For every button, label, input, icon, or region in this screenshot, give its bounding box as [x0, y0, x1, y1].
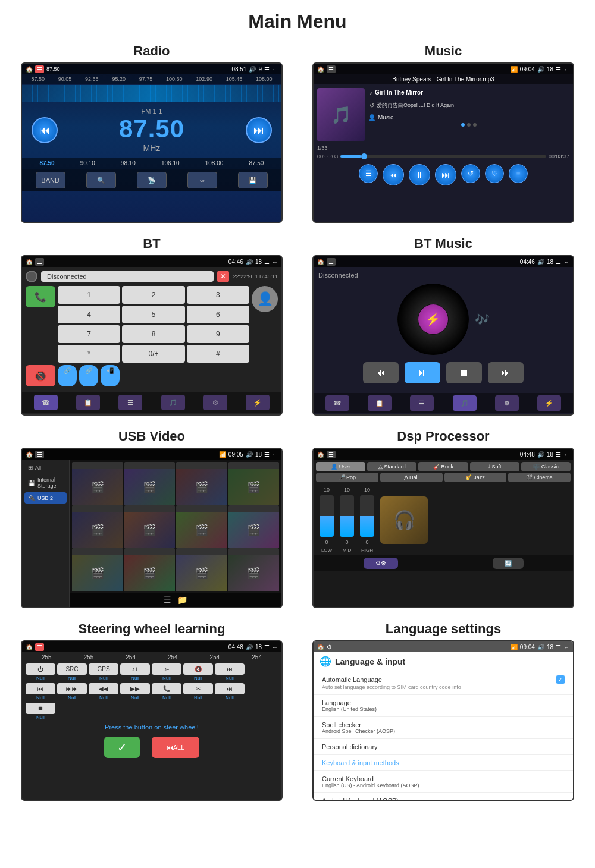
radio-save-btn[interactable]: 💾: [238, 172, 268, 188]
steer-power-btn[interactable]: ⏻: [26, 663, 55, 675]
list-item[interactable]: 🎬 渡海正·爱我: [72, 548, 123, 593]
dsp-preset-user[interactable]: 👤 User: [316, 462, 365, 471]
bt-num-star[interactable]: *: [58, 345, 120, 363]
bt-num-5[interactable]: 5: [122, 306, 184, 323]
music-prev-btn[interactable]: ⏮: [383, 164, 404, 185]
btmusic-play-btn[interactable]: ⏯: [405, 362, 440, 383]
usb-sidebar-internal[interactable]: 💾 Internal Storage: [24, 474, 67, 491]
bt-tab-1[interactable]: ☎: [34, 395, 58, 410]
music-repeat-btn[interactable]: ↺: [461, 164, 480, 183]
lang-item-current-kb[interactable]: Current Keyboard English (US) - Android …: [314, 771, 573, 793]
btmusic-tab-4[interactable]: 🎵: [453, 395, 477, 411]
radio-band-btn[interactable]: BAND: [36, 172, 65, 188]
steer-vol-up-btn[interactable]: ♪+: [120, 663, 150, 675]
steer-all-btn[interactable]: ⏮ALL: [152, 737, 199, 758]
radio-preset-1[interactable]: 87.50: [40, 160, 55, 166]
radio-next-btn[interactable]: ⏭: [246, 117, 272, 143]
steer-ffd-btn[interactable]: ⏭⏭: [57, 683, 87, 694]
bt-func-unlink[interactable]: 🔗: [79, 365, 98, 386]
radio-preset-2[interactable]: 90.10: [80, 160, 95, 166]
bt-num-4[interactable]: 4: [58, 306, 120, 323]
list-item[interactable]: 🎬 卓依婷·新蕾: [228, 548, 280, 593]
bt-num-7[interactable]: 7: [58, 325, 120, 343]
bt-num-9[interactable]: 9: [187, 325, 249, 343]
steer-mute-btn[interactable]: 🔇: [183, 663, 213, 675]
music-next-btn[interactable]: ⏭: [435, 164, 456, 185]
dsp-reset-btn[interactable]: 🔄: [493, 558, 524, 569]
bt-num-2[interactable]: 2: [122, 286, 184, 304]
steer-ok-btn[interactable]: ✓: [104, 737, 140, 758]
radio-link-btn[interactable]: ∞: [187, 172, 217, 188]
dsp-preset-standard[interactable]: △ Standard: [367, 462, 416, 471]
lang-item-keyboard[interactable]: Keyboard & input methods: [314, 755, 573, 771]
bt-func-transfer[interactable]: 📲: [101, 365, 120, 386]
dsp-preset-soft[interactable]: ♩ Soft: [470, 462, 519, 471]
lang-item-dict[interactable]: Personal dictionary: [314, 739, 573, 755]
dsp-slider-low[interactable]: [320, 495, 334, 537]
bt-num-1[interactable]: 1: [58, 286, 120, 304]
btmusic-stop-btn[interactable]: ⏹: [446, 362, 482, 383]
bt-close-btn[interactable]: ✕: [217, 271, 229, 282]
btmusic-prev-btn[interactable]: ⏮: [363, 362, 399, 383]
usb-sidebar-all[interactable]: ⊞ All: [24, 462, 67, 473]
bt-tab-3[interactable]: ☰: [118, 395, 142, 410]
usb-list-btn[interactable]: ☰: [164, 595, 171, 605]
btmusic-tab-6[interactable]: ⚡: [537, 395, 561, 411]
lang-item-language[interactable]: Language English (United States): [314, 695, 573, 717]
radio-preset-3[interactable]: 98.10: [121, 160, 136, 166]
music-progress[interactable]: 00:00:03 00:03:37: [314, 152, 573, 161]
radio-preset-4[interactable]: 106.10: [161, 160, 180, 166]
steer-gps-btn[interactable]: GPS: [89, 663, 118, 675]
radio-signal-btn[interactable]: 📡: [137, 172, 167, 188]
dsp-preset-hall[interactable]: ⋀ Hall: [380, 473, 443, 482]
steer-call-btn[interactable]: 📞: [152, 683, 181, 694]
steer-prev2-btn[interactable]: ⏮: [26, 683, 55, 694]
lang-item-auto[interactable]: Automatic Language ✓ Auto set language a…: [314, 671, 573, 695]
steer-single-btn[interactable]: ⏺: [26, 703, 55, 714]
bt-call-btn[interactable]: 📞: [26, 286, 55, 307]
steer-ffw-btn[interactable]: ▶▶: [120, 683, 150, 694]
track-row-1[interactable]: ♪ Girl In The Mirror: [368, 88, 569, 97]
bt-func-link[interactable]: 🔗: [58, 365, 77, 386]
bt-num-0[interactable]: 0/+: [122, 345, 184, 363]
usb-folder-btn[interactable]: 📁: [177, 595, 187, 605]
dsp-preset-classic[interactable]: 🎼 Classic: [521, 462, 571, 471]
steer-extra-btn[interactable]: ⏭: [215, 683, 245, 694]
steer-vol-dn-btn[interactable]: ♪-: [152, 663, 181, 675]
btmusic-tab-5[interactable]: ⚙: [495, 395, 519, 411]
lang-item-android-kb[interactable]: Android Keyboard (AOSP) English (US): [314, 793, 573, 801]
music-eq-btn[interactable]: ☰: [359, 164, 378, 183]
list-item[interactable]: 🎬 卓依婷·谢谢: [176, 548, 227, 593]
track-row-2[interactable]: ↺ 爱的再告白Oops! ...I Did It Again: [368, 100, 569, 111]
bt-num-3[interactable]: 3: [187, 286, 249, 304]
dsp-slider-mid[interactable]: [340, 495, 354, 537]
bt-tab-5[interactable]: ⚙: [203, 395, 227, 410]
list-item[interactable]: 🎬 谭咏麟·关难: [124, 548, 176, 593]
btmusic-next-btn[interactable]: ⏭: [488, 362, 524, 383]
bt-hangup-btn[interactable]: 📵: [26, 365, 55, 386]
progress-bar[interactable]: [340, 155, 546, 158]
steer-hangup-btn[interactable]: ✂: [183, 683, 213, 694]
music-play-btn[interactable]: ⏸: [409, 164, 430, 185]
bt-tab-6[interactable]: ⚡: [246, 395, 270, 410]
music-fav-btn[interactable]: ♡: [485, 164, 504, 183]
steer-src-btn[interactable]: SRC: [57, 663, 87, 675]
dsp-preset-jazz[interactable]: 🎷 Jazz: [444, 473, 507, 482]
radio-search-btn[interactable]: 🔍: [86, 172, 116, 188]
dsp-slider-high[interactable]: [360, 495, 374, 537]
btmusic-tab-1[interactable]: ☎: [325, 395, 349, 411]
music-list-btn[interactable]: ≡: [509, 164, 528, 183]
radio-preset-5[interactable]: 108.00: [205, 160, 224, 166]
steer-rew-btn[interactable]: ◀◀: [89, 683, 118, 694]
bt-num-hash[interactable]: #: [187, 345, 249, 363]
dsp-preset-pop[interactable]: 🎤 Pop: [316, 473, 378, 482]
dsp-apply-btn[interactable]: ⚙⚙: [364, 558, 398, 569]
radio-preset-6[interactable]: 87.50: [249, 160, 264, 166]
lang-item-spell[interactable]: Spell checker Android Spell Checker (AOS…: [314, 717, 573, 739]
radio-prev-btn[interactable]: ⏮: [32, 117, 58, 143]
bt-num-6[interactable]: 6: [187, 306, 249, 323]
steer-next-btn[interactable]: ⏭: [215, 663, 245, 675]
usb-sidebar-usb2[interactable]: 🔌 USB 2: [24, 492, 67, 504]
bt-tab-4[interactable]: 🎵: [161, 395, 185, 410]
dsp-preset-rock[interactable]: 🎸 Rock: [418, 462, 468, 471]
